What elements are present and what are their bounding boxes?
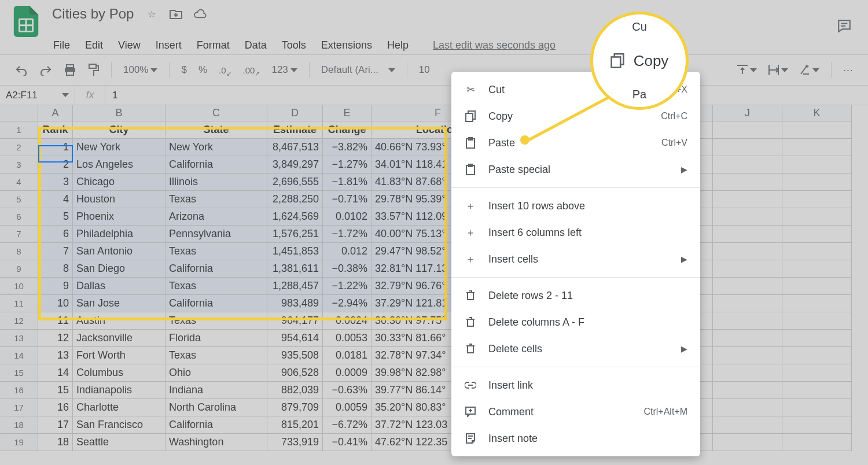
header-cell[interactable]: State [165,121,267,139]
cell[interactable]: −0.41% [323,434,372,451]
cell[interactable]: 10 [38,295,73,312]
cell[interactable]: 0.012 [323,243,372,260]
cell[interactable]: 18 [38,434,73,451]
cell[interactable]: San Jose [73,295,165,312]
sheets-logo[interactable] [10,6,42,37]
cell[interactable]: Texas [165,278,267,295]
cell[interactable]: 733,919 [267,434,323,451]
cell[interactable]: Texas [165,191,267,208]
cell[interactable]: −1.72% [323,226,372,243]
col-header-K[interactable]: K [782,105,852,121]
cell[interactable]: 1,576,251 [267,226,323,243]
cell[interactable] [782,278,852,295]
more-toolbar-icon[interactable]: ⋯ [840,61,856,79]
cell[interactable] [713,364,782,382]
font-size[interactable]: 10 [415,61,433,79]
cell[interactable]: Seattle [73,434,165,451]
cell[interactable]: 2 [38,156,73,174]
cell[interactable]: 15 [38,382,73,399]
cell[interactable] [713,191,782,208]
cell[interactable]: −0.38% [323,260,372,278]
cell[interactable]: 13 [38,347,73,364]
last-edit-link[interactable]: Last edit was seconds ago [433,39,556,51]
cell[interactable]: 0.0181 [323,347,372,364]
cell[interactable] [782,295,852,312]
cell[interactable]: California [165,260,267,278]
menu-edit[interactable]: Edit [85,39,103,51]
paint-format-icon[interactable] [84,61,103,79]
cell[interactable]: San Francisco [73,416,165,434]
cell[interactable]: −1.81% [323,174,372,191]
print-icon[interactable] [60,61,80,79]
cell[interactable]: Arizona [165,208,267,226]
cell[interactable]: 0.0102 [323,208,372,226]
row-header-2[interactable]: 2 [0,139,38,156]
cell[interactable] [782,226,852,243]
cell[interactable] [713,416,782,434]
cell[interactable]: 12 [38,330,73,347]
name-box[interactable]: A2:F11 [0,86,75,105]
cell[interactable]: 964,177 [267,312,323,330]
cell[interactable] [782,243,852,260]
cell[interactable]: 0.0053 [323,330,372,347]
format-currency[interactable]: $ [178,61,190,79]
cell[interactable]: −6.72% [323,416,372,434]
cell[interactable]: California [165,416,267,434]
cell[interactable]: Columbus [73,364,165,382]
row-header-18[interactable]: 18 [0,416,38,434]
cell[interactable]: San Antonio [73,243,165,260]
ctx-insert-rows[interactable]: ＋Insert 10 rows above [451,193,700,219]
menu-data[interactable]: Data [245,39,267,51]
menu-view[interactable]: View [118,39,141,51]
menu-format[interactable]: Format [197,39,230,51]
header-cell[interactable]: Rank [38,121,73,139]
cell[interactable]: 906,528 [267,364,323,382]
row-header-1[interactable]: 1 [0,121,38,139]
cell[interactable]: 7 [38,243,73,260]
col-header-J[interactable]: J [713,105,782,121]
ctx-delete-rows[interactable]: Delete rows 2 - 11 [451,282,700,309]
cell[interactable]: 16 [38,399,73,416]
header-cell[interactable]: Estimate [267,121,323,139]
cell[interactable] [782,174,852,191]
cell[interactable] [713,295,782,312]
row-header-11[interactable]: 11 [0,295,38,312]
formula-input[interactable] [105,90,242,101]
cell[interactable] [713,399,782,416]
row-header-9[interactable]: 9 [0,260,38,278]
row-header-17[interactable]: 17 [0,399,38,416]
cell[interactable] [713,260,782,278]
cell[interactable]: 14 [38,364,73,382]
cell[interactable] [713,312,782,330]
cell[interactable]: 0.0059 [323,399,372,416]
cell[interactable]: San Diego [73,260,165,278]
cell[interactable] [782,156,852,174]
cell[interactable]: Texas [165,243,267,260]
header-cell[interactable]: Change [323,121,372,139]
header-cell[interactable]: City [73,121,165,139]
cell[interactable]: 3,849,297 [267,156,323,174]
ctx-delete-cells[interactable]: Delete cells▶ [451,335,700,362]
cell[interactable]: 0.0009 [323,364,372,382]
header-cell[interactable] [782,121,852,139]
cell[interactable] [782,330,852,347]
cell[interactable]: 1,451,853 [267,243,323,260]
cell[interactable] [713,243,782,260]
ctx-copy[interactable]: CopyCtrl+C [451,103,700,130]
cell[interactable]: California [165,156,267,174]
cell[interactable]: 1,624,569 [267,208,323,226]
row-header-3[interactable]: 3 [0,156,38,174]
cell[interactable]: Indiana [165,382,267,399]
cell[interactable]: Washington [165,434,267,451]
cell[interactable]: Chicago [73,174,165,191]
cell[interactable]: 1,381,611 [267,260,323,278]
cell[interactable]: New York [165,139,267,156]
cell[interactable] [713,174,782,191]
menu-insert[interactable]: Insert [156,39,182,51]
star-icon[interactable]: ☆ [145,8,158,20]
move-icon[interactable] [170,8,182,20]
cell[interactable] [782,364,852,382]
row-header-19[interactable]: 19 [0,434,38,451]
cell[interactable]: 0.0024 [323,312,372,330]
cell[interactable]: 983,489 [267,295,323,312]
